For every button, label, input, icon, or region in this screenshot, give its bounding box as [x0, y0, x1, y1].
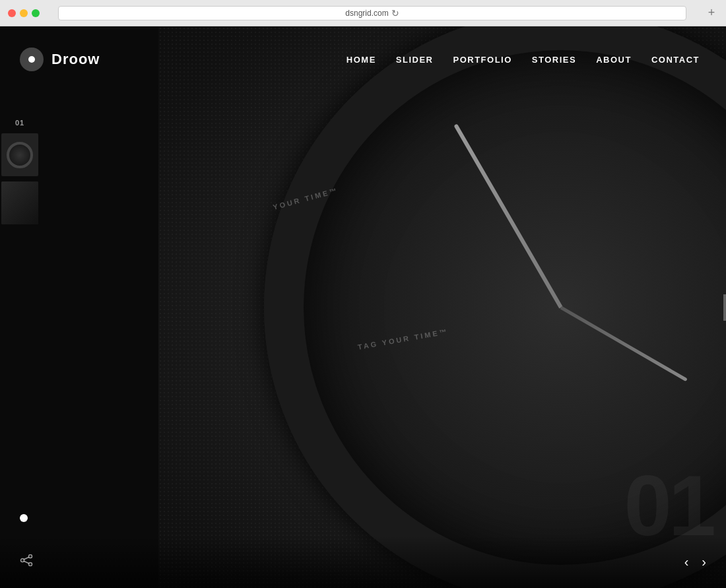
close-button[interactable] [8, 9, 16, 17]
logo-circle-inner [28, 56, 35, 63]
traffic-lights [8, 9, 40, 17]
svg-point-4 [21, 558, 24, 562]
svg-line-5 [24, 557, 29, 560]
watch-hour-hand [560, 306, 688, 381]
browser-chrome: dsngrid.com ↻ + [0, 0, 726, 26]
maximize-button[interactable] [32, 9, 40, 17]
hero-background: YOUR TIME™ TAG YOUR TIME™ 01 [158, 26, 726, 588]
watch-minute-hand [453, 123, 562, 308]
header: Droow HOME SLIDER PORTFOLIO STORIES ABOU… [0, 26, 726, 92]
thumb-sketch-icon [7, 193, 33, 213]
new-tab-button[interactable]: + [705, 7, 718, 20]
share-icon[interactable] [20, 554, 33, 570]
address-bar[interactable]: dsngrid.com ↻ [58, 6, 686, 20]
svg-rect-0 [8, 197, 32, 210]
thumbnail-strip: 01 [0, 92, 40, 535]
right-indicator [723, 294, 726, 321]
bottom-bar: ‹ › [0, 535, 726, 588]
nav-arrows: ‹ › [684, 554, 706, 570]
thumb-image-1[interactable] [1, 133, 38, 176]
svg-point-2 [29, 554, 32, 558]
main-container: Droow HOME SLIDER PORTFOLIO STORIES ABOU… [0, 26, 726, 588]
svg-line-1 [8, 197, 32, 210]
minimize-button[interactable] [20, 9, 28, 17]
thumb-watch-icon [7, 142, 33, 168]
sidebar: 01 [0, 26, 158, 588]
next-arrow[interactable]: › [702, 554, 706, 570]
url-text: dsngrid.com [345, 9, 388, 18]
nav-home[interactable]: HOME [346, 55, 376, 65]
refresh-icon[interactable]: ↻ [391, 8, 399, 18]
nav-slider[interactable]: SLIDER [396, 55, 434, 65]
nav-stories[interactable]: STORIES [532, 55, 576, 65]
logo-area: Droow [0, 48, 158, 71]
nav-contact[interactable]: CONTACT [651, 55, 700, 65]
prev-arrow[interactable]: ‹ [684, 554, 689, 570]
dot-indicator [20, 514, 28, 522]
thumb-image-2[interactable] [1, 181, 38, 224]
logo-icon [20, 48, 44, 71]
svg-point-3 [29, 562, 32, 566]
svg-line-6 [24, 561, 29, 564]
logo-text[interactable]: Droow [51, 51, 100, 68]
slide-thumb-number: 01 [15, 119, 24, 127]
nav-portfolio[interactable]: PORTFOLIO [453, 55, 512, 65]
nav-about[interactable]: ABOUT [596, 55, 632, 65]
nav-menu: HOME SLIDER PORTFOLIO STORIES ABOUT CONT… [158, 55, 726, 65]
